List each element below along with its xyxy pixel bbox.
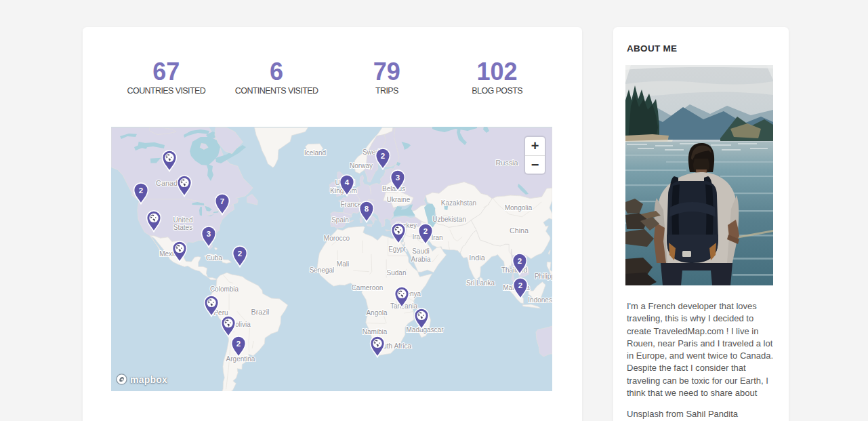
svg-text:Sudan: Sudan xyxy=(387,269,407,277)
svg-text:8: 8 xyxy=(365,205,369,213)
svg-text:Ukraine: Ukraine xyxy=(387,196,411,203)
svg-text:Cuba: Cuba xyxy=(206,254,222,262)
svg-text:3: 3 xyxy=(396,174,400,182)
svg-text:Russia: Russia xyxy=(495,159,518,167)
svg-text:2: 2 xyxy=(423,227,428,235)
svg-text:Indonesia: Indonesia xyxy=(528,296,552,304)
svg-text:Uzbekistan: Uzbekistan xyxy=(432,216,466,223)
svg-text:Egypt: Egypt xyxy=(388,245,406,253)
svg-text:2: 2 xyxy=(238,249,242,258)
svg-text:2: 2 xyxy=(139,186,143,195)
svg-text:Mali: Mali xyxy=(337,260,349,268)
svg-text:Morocco: Morocco xyxy=(324,235,350,242)
svg-text:Spain: Spain xyxy=(331,216,349,224)
svg-text:2: 2 xyxy=(381,152,385,160)
svg-text:4: 4 xyxy=(345,178,350,186)
svg-text:Sri Lanka: Sri Lanka xyxy=(466,279,495,287)
svg-text:Argentina: Argentina xyxy=(226,355,255,363)
svg-text:Colombia: Colombia xyxy=(210,285,239,293)
svg-text:United: United xyxy=(173,216,193,224)
svg-text:India: India xyxy=(469,254,484,262)
svg-text:States: States xyxy=(173,224,192,231)
svg-text:Arabia: Arabia xyxy=(411,256,431,263)
svg-text:2: 2 xyxy=(518,257,522,265)
svg-text:Mongolia: Mongolia xyxy=(505,204,533,212)
svg-text:3: 3 xyxy=(207,230,211,238)
svg-text:France: France xyxy=(340,201,362,208)
svg-text:Madagascar: Madagascar xyxy=(406,326,444,334)
svg-text:Belarus: Belarus xyxy=(382,185,405,193)
svg-text:2: 2 xyxy=(518,281,522,289)
svg-text:Senegal: Senegal xyxy=(310,266,335,274)
svg-text:Angola: Angola xyxy=(366,309,388,317)
svg-text:Brazil: Brazil xyxy=(251,308,270,316)
svg-text:Norway: Norway xyxy=(350,162,373,169)
svg-text:Iceland: Iceland xyxy=(304,149,326,157)
svg-text:7: 7 xyxy=(220,197,224,205)
svg-text:China: China xyxy=(510,226,529,235)
svg-text:Namibia: Namibia xyxy=(363,328,388,336)
svg-text:Cameroon: Cameroon xyxy=(352,284,384,292)
svg-text:2: 2 xyxy=(236,340,241,348)
svg-text:Kazakhstan: Kazakhstan xyxy=(441,199,476,207)
svg-text:Iran: Iran xyxy=(431,234,442,241)
svg-text:Saudi: Saudi xyxy=(412,247,430,255)
svg-text:Philippi: Philippi xyxy=(535,273,552,280)
